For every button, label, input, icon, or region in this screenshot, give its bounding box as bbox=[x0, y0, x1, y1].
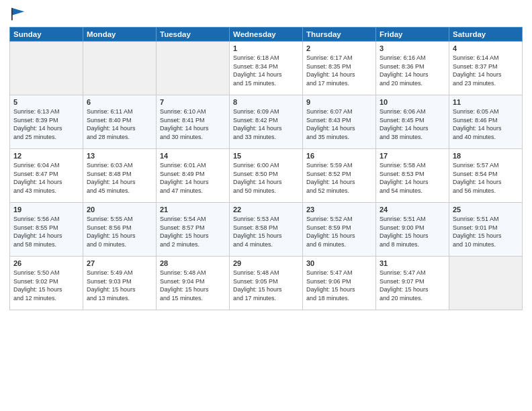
day-number: 21 bbox=[160, 205, 226, 214]
calendar-day-10: 10Sunrise: 6:06 AMSunset: 8:45 PMDayligh… bbox=[376, 95, 449, 149]
calendar-day-11: 11Sunrise: 6:05 AMSunset: 8:46 PMDayligh… bbox=[449, 95, 523, 149]
calendar-day-14: 14Sunrise: 6:01 AMSunset: 8:49 PMDayligh… bbox=[157, 149, 230, 203]
calendar-day-8: 8Sunrise: 6:09 AMSunset: 8:42 PMDaylight… bbox=[230, 95, 303, 149]
day-info: Sunrise: 5:59 AMSunset: 8:52 PMDaylight:… bbox=[306, 161, 372, 195]
calendar-day-20: 20Sunrise: 5:55 AMSunset: 8:56 PMDayligh… bbox=[83, 203, 157, 257]
calendar-day-27: 27Sunrise: 5:49 AMSunset: 9:03 PMDayligh… bbox=[83, 257, 157, 310]
calendar-empty-cell bbox=[10, 42, 83, 95]
col-header-wednesday: Wednesday bbox=[230, 28, 303, 42]
calendar-empty-cell bbox=[157, 42, 230, 95]
col-header-friday: Friday bbox=[376, 28, 449, 42]
calendar-day-12: 12Sunrise: 6:04 AMSunset: 8:47 PMDayligh… bbox=[10, 149, 83, 203]
day-number: 25 bbox=[453, 205, 519, 214]
day-info: Sunrise: 5:52 AMSunset: 8:59 PMDaylight:… bbox=[306, 215, 372, 248]
day-number: 11 bbox=[453, 98, 519, 106]
day-info: Sunrise: 6:17 AMSunset: 8:35 PMDaylight:… bbox=[306, 54, 372, 87]
day-number: 1 bbox=[233, 44, 299, 52]
calendar-day-26: 26Sunrise: 5:50 AMSunset: 9:02 PMDayligh… bbox=[10, 257, 83, 310]
day-number: 24 bbox=[380, 205, 445, 214]
logo-flag-icon bbox=[11, 7, 26, 21]
calendar-day-9: 9Sunrise: 6:07 AMSunset: 8:43 PMDaylight… bbox=[303, 95, 376, 149]
calendar-day-31: 31Sunrise: 5:47 AMSunset: 9:07 PMDayligh… bbox=[376, 257, 449, 310]
day-info: Sunrise: 6:00 AMSunset: 8:50 PMDaylight:… bbox=[233, 161, 299, 195]
calendar-day-21: 21Sunrise: 5:54 AMSunset: 8:57 PMDayligh… bbox=[157, 203, 230, 257]
page: SundayMondayTuesdayWednesdayThursdayFrid… bbox=[0, 0, 532, 411]
calendar-day-18: 18Sunrise: 5:57 AMSunset: 8:54 PMDayligh… bbox=[449, 149, 523, 203]
day-number: 10 bbox=[380, 98, 445, 106]
day-info: Sunrise: 6:11 AMSunset: 8:40 PMDaylight:… bbox=[87, 107, 152, 141]
day-info: Sunrise: 5:55 AMSunset: 8:56 PMDaylight:… bbox=[87, 215, 152, 248]
day-info: Sunrise: 5:48 AMSunset: 9:05 PMDaylight:… bbox=[233, 269, 299, 302]
col-header-thursday: Thursday bbox=[303, 28, 376, 42]
day-number: 6 bbox=[87, 98, 152, 106]
calendar-day-28: 28Sunrise: 5:48 AMSunset: 9:04 PMDayligh… bbox=[157, 257, 230, 310]
svg-marker-0 bbox=[12, 8, 24, 15]
calendar-week-row: 12Sunrise: 6:04 AMSunset: 8:47 PMDayligh… bbox=[10, 149, 523, 203]
day-number: 7 bbox=[160, 98, 226, 106]
calendar-week-row: 5Sunrise: 6:13 AMSunset: 8:39 PMDaylight… bbox=[10, 95, 523, 149]
day-number: 15 bbox=[233, 152, 299, 160]
col-header-sunday: Sunday bbox=[10, 28, 83, 42]
col-header-monday: Monday bbox=[83, 28, 157, 42]
day-number: 13 bbox=[87, 152, 152, 160]
calendar-week-row: 19Sunrise: 5:56 AMSunset: 8:55 PMDayligh… bbox=[10, 203, 523, 257]
day-info: Sunrise: 5:56 AMSunset: 8:55 PMDaylight:… bbox=[13, 215, 79, 248]
day-number: 18 bbox=[453, 152, 519, 160]
day-info: Sunrise: 5:58 AMSunset: 8:53 PMDaylight:… bbox=[380, 161, 445, 195]
calendar-day-19: 19Sunrise: 5:56 AMSunset: 8:55 PMDayligh… bbox=[10, 203, 83, 257]
calendar-day-25: 25Sunrise: 5:51 AMSunset: 9:01 PMDayligh… bbox=[449, 203, 523, 257]
day-info: Sunrise: 5:53 AMSunset: 8:58 PMDaylight:… bbox=[233, 215, 299, 248]
day-number: 28 bbox=[160, 259, 226, 267]
calendar-day-7: 7Sunrise: 6:10 AMSunset: 8:41 PMDaylight… bbox=[157, 95, 230, 149]
day-info: Sunrise: 6:03 AMSunset: 8:48 PMDaylight:… bbox=[87, 161, 152, 195]
day-number: 17 bbox=[380, 152, 445, 160]
calendar-day-3: 3Sunrise: 6:16 AMSunset: 8:36 PMDaylight… bbox=[376, 42, 449, 95]
logo bbox=[9, 7, 26, 21]
calendar-week-row: 26Sunrise: 5:50 AMSunset: 9:02 PMDayligh… bbox=[10, 257, 523, 310]
day-number: 2 bbox=[306, 44, 372, 52]
day-info: Sunrise: 5:54 AMSunset: 8:57 PMDaylight:… bbox=[160, 215, 226, 248]
calendar-day-23: 23Sunrise: 5:52 AMSunset: 8:59 PMDayligh… bbox=[303, 203, 376, 257]
calendar-day-24: 24Sunrise: 5:51 AMSunset: 9:00 PMDayligh… bbox=[376, 203, 449, 257]
calendar-day-1: 1Sunrise: 6:18 AMSunset: 8:34 PMDaylight… bbox=[230, 42, 303, 95]
day-info: Sunrise: 6:13 AMSunset: 8:39 PMDaylight:… bbox=[13, 107, 79, 141]
day-info: Sunrise: 6:14 AMSunset: 8:37 PMDaylight:… bbox=[453, 54, 519, 87]
col-header-tuesday: Tuesday bbox=[157, 28, 230, 42]
day-number: 22 bbox=[233, 205, 299, 214]
day-number: 30 bbox=[306, 259, 372, 267]
calendar-day-13: 13Sunrise: 6:03 AMSunset: 8:48 PMDayligh… bbox=[83, 149, 157, 203]
day-number: 9 bbox=[306, 98, 372, 106]
day-number: 12 bbox=[13, 152, 79, 160]
calendar-day-17: 17Sunrise: 5:58 AMSunset: 8:53 PMDayligh… bbox=[376, 149, 449, 203]
day-number: 20 bbox=[87, 205, 152, 214]
day-number: 23 bbox=[306, 205, 372, 214]
day-number: 26 bbox=[13, 259, 79, 267]
day-info: Sunrise: 6:10 AMSunset: 8:41 PMDaylight:… bbox=[160, 107, 226, 141]
day-info: Sunrise: 5:47 AMSunset: 9:06 PMDaylight:… bbox=[306, 269, 372, 302]
day-number: 27 bbox=[87, 259, 152, 267]
calendar-header-row: SundayMondayTuesdayWednesdayThursdayFrid… bbox=[10, 28, 523, 42]
day-info: Sunrise: 6:06 AMSunset: 8:45 PMDaylight:… bbox=[380, 107, 445, 141]
day-info: Sunrise: 5:47 AMSunset: 9:07 PMDaylight:… bbox=[380, 269, 445, 302]
day-number: 3 bbox=[380, 44, 445, 52]
header bbox=[9, 7, 523, 21]
day-number: 31 bbox=[380, 259, 445, 267]
day-info: Sunrise: 5:50 AMSunset: 9:02 PMDaylight:… bbox=[13, 269, 79, 302]
day-info: Sunrise: 6:18 AMSunset: 8:34 PMDaylight:… bbox=[233, 54, 299, 87]
calendar-day-22: 22Sunrise: 5:53 AMSunset: 8:58 PMDayligh… bbox=[230, 203, 303, 257]
day-info: Sunrise: 5:57 AMSunset: 8:54 PMDaylight:… bbox=[453, 161, 519, 195]
day-info: Sunrise: 6:01 AMSunset: 8:49 PMDaylight:… bbox=[160, 161, 226, 195]
calendar-day-2: 2Sunrise: 6:17 AMSunset: 8:35 PMDaylight… bbox=[303, 42, 376, 95]
col-header-saturday: Saturday bbox=[449, 28, 523, 42]
calendar-table: SundayMondayTuesdayWednesdayThursdayFrid… bbox=[9, 27, 523, 310]
day-info: Sunrise: 6:16 AMSunset: 8:36 PMDaylight:… bbox=[380, 54, 445, 87]
calendar-day-29: 29Sunrise: 5:48 AMSunset: 9:05 PMDayligh… bbox=[230, 257, 303, 310]
calendar-day-16: 16Sunrise: 5:59 AMSunset: 8:52 PMDayligh… bbox=[303, 149, 376, 203]
calendar-day-15: 15Sunrise: 6:00 AMSunset: 8:50 PMDayligh… bbox=[230, 149, 303, 203]
day-info: Sunrise: 5:49 AMSunset: 9:03 PMDaylight:… bbox=[87, 269, 152, 302]
day-info: Sunrise: 6:04 AMSunset: 8:47 PMDaylight:… bbox=[13, 161, 79, 195]
calendar-day-30: 30Sunrise: 5:47 AMSunset: 9:06 PMDayligh… bbox=[303, 257, 376, 310]
day-number: 4 bbox=[453, 44, 519, 52]
day-number: 14 bbox=[160, 152, 226, 160]
calendar-week-row: 1Sunrise: 6:18 AMSunset: 8:34 PMDaylight… bbox=[10, 42, 523, 95]
